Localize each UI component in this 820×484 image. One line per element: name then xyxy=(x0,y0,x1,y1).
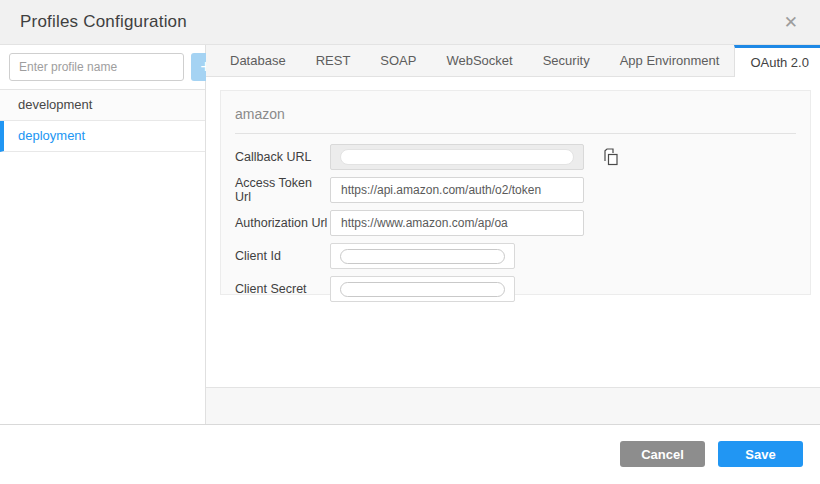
redacted-value xyxy=(340,249,505,264)
access-token-url-row: Access Token Url xyxy=(235,177,796,203)
profile-item-development[interactable]: development xyxy=(0,90,205,121)
profiles-configuration-dialog: Profiles Configuration ✕ + development d… xyxy=(0,0,820,484)
authorization-url-input[interactable] xyxy=(330,210,584,236)
panel-footer-strip xyxy=(206,387,820,424)
profile-list: development deployment xyxy=(0,90,205,152)
client-id-row: Client Id xyxy=(235,243,796,269)
copy-icon[interactable] xyxy=(602,148,620,167)
save-button[interactable]: Save xyxy=(718,441,803,467)
tab-content: amazon Callback URL xyxy=(206,77,820,387)
access-token-url-input[interactable] xyxy=(330,177,584,203)
tab-security[interactable]: Security xyxy=(528,45,605,76)
tab-bar: Database REST SOAP WebSocket Security Ap… xyxy=(206,45,820,77)
close-icon[interactable]: ✕ xyxy=(778,10,804,35)
profiles-sidebar: + development deployment xyxy=(0,45,206,424)
access-token-url-label: Access Token Url xyxy=(235,176,330,204)
profile-add-row: + xyxy=(0,45,205,90)
client-secret-input[interactable] xyxy=(330,276,515,302)
action-bar: Cancel Save xyxy=(0,425,820,483)
client-secret-row: Client Secret xyxy=(235,276,796,302)
group-title: amazon xyxy=(235,91,796,134)
client-id-input[interactable] xyxy=(330,243,515,269)
main-panel: Database REST SOAP WebSocket Security Ap… xyxy=(206,45,820,424)
amazon-group: amazon Callback URL xyxy=(220,90,811,295)
client-secret-label: Client Secret xyxy=(235,282,330,296)
tab-rest[interactable]: REST xyxy=(301,45,366,76)
callback-url-label: Callback URL xyxy=(235,150,330,164)
profile-name-input[interactable] xyxy=(9,53,184,81)
tab-database[interactable]: Database xyxy=(215,45,301,76)
profile-item-deployment[interactable]: deployment xyxy=(0,121,205,152)
authorization-url-row: Authorization Url xyxy=(235,210,796,236)
tab-websocket[interactable]: WebSocket xyxy=(431,45,527,76)
client-id-label: Client Id xyxy=(235,249,330,263)
authorization-url-label: Authorization Url xyxy=(235,216,330,230)
tab-oauth-2-0[interactable]: OAuth 2.0 xyxy=(734,45,820,77)
cancel-button[interactable]: Cancel xyxy=(620,441,705,467)
page-title: Profiles Configuration xyxy=(20,12,187,32)
redacted-value xyxy=(340,282,505,297)
tab-soap[interactable]: SOAP xyxy=(365,45,431,76)
dialog-body: + development deployment Database REST S… xyxy=(0,45,820,425)
dialog-header: Profiles Configuration ✕ xyxy=(0,0,820,45)
redacted-value xyxy=(340,149,574,165)
tab-app-environment[interactable]: App Environment xyxy=(605,45,735,76)
callback-url-row: Callback URL xyxy=(235,144,796,170)
callback-url-input[interactable] xyxy=(330,144,584,170)
